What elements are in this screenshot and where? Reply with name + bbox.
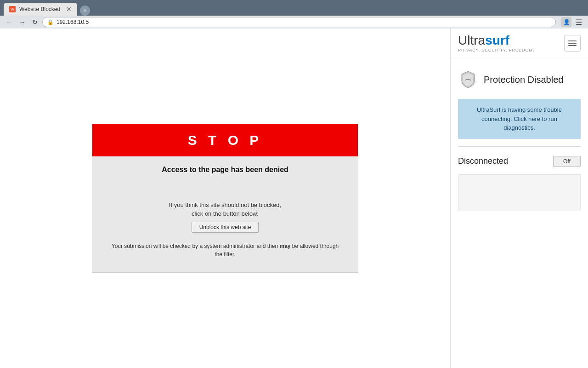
- ultrasurf-body: Protection Disabled UltraSurf is having …: [451, 58, 588, 218]
- divider: [458, 146, 581, 147]
- protection-label: Protection Disabled: [484, 75, 563, 85]
- access-denied-text: Access to the page has been denied: [111, 166, 339, 174]
- ultrasurf-logo-ultra: Ultra: [458, 33, 485, 47]
- ultrasurf-menu-button[interactable]: [564, 35, 581, 52]
- if-think-line1: If you think this site should not be blo…: [111, 201, 339, 208]
- disconnected-row: Disconnected Off: [458, 154, 581, 169]
- hamburger-line-2: [568, 43, 577, 44]
- shield-icon: [458, 69, 478, 90]
- ultrasurf-logo-surf: surf: [485, 33, 509, 47]
- new-tab-button[interactable]: +: [80, 6, 90, 16]
- tab-bar: W Website Blocked ✕ +: [0, 0, 588, 16]
- hamburger-line-3: [568, 45, 577, 46]
- ultrasurf-brand: Ultrasurf PRIVACY. SECURITY. FREEDOM.: [458, 34, 535, 52]
- tab-close-button[interactable]: ✕: [66, 6, 72, 12]
- extension-icon-1[interactable]: 👤: [561, 17, 571, 27]
- tab-favicon: W: [9, 6, 16, 12]
- ultrasurf-panel: Ultrasurf PRIVACY. SECURITY. FREEDOM.: [450, 29, 588, 368]
- forward-button[interactable]: →: [17, 17, 28, 28]
- browser-menu-button[interactable]: ☰: [573, 17, 584, 28]
- if-think-line2: click on the button below:: [111, 210, 339, 217]
- back-button[interactable]: ←: [4, 17, 15, 28]
- blocked-body: Access to the page has been denied If yo…: [92, 156, 358, 272]
- address-bar[interactable]: 🔒 192.168.10.5: [42, 17, 556, 27]
- main-area: S T O P Access to the page has been deni…: [0, 29, 450, 368]
- unblock-button[interactable]: Unblock this web site: [192, 222, 259, 233]
- protection-status: Protection Disabled: [458, 66, 581, 93]
- ultrasurf-logo: Ultrasurf: [458, 34, 535, 47]
- submission-note: Your submission will be checked by a sys…: [111, 242, 339, 259]
- nav-bar: ← → ↻ 🔒 192.168.10.5 👤 ☰: [0, 16, 588, 29]
- stop-banner: S T O P: [92, 124, 358, 156]
- diagnostics-box[interactable]: UltraSurf is having some trouble connect…: [458, 99, 581, 139]
- panel-empty-area: [458, 174, 581, 211]
- ultrasurf-header: Ultrasurf PRIVACY. SECURITY. FREEDOM.: [451, 29, 588, 58]
- submission-note-bold: may: [279, 243, 290, 249]
- page-content: S T O P Access to the page has been deni…: [0, 29, 588, 368]
- hamburger-line-1: [568, 40, 577, 41]
- off-button[interactable]: Off: [553, 156, 581, 167]
- blocked-box: S T O P Access to the page has been deni…: [92, 124, 358, 273]
- disconnected-label: Disconnected: [458, 156, 508, 166]
- submission-note-part1: Your submission will be checked by a sys…: [112, 243, 280, 249]
- address-text: 192.168.10.5: [57, 19, 89, 25]
- tab-title: Website Blocked: [19, 6, 60, 12]
- reload-button[interactable]: ↻: [29, 17, 40, 28]
- address-lock-icon: 🔒: [47, 19, 54, 25]
- ultrasurf-tagline: PRIVACY. SECURITY. FREEDOM.: [458, 48, 535, 52]
- extension-icons: 👤: [561, 17, 571, 27]
- browser-chrome: W Website Blocked ✕ + ← → ↻ 🔒 192.168.10…: [0, 0, 588, 29]
- browser-tab[interactable]: W Website Blocked ✕: [4, 3, 77, 16]
